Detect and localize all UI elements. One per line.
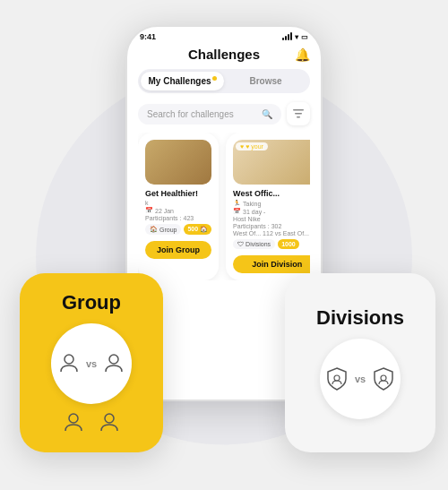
title-row: Challenges 🔔: [138, 47, 310, 62]
svg-point-6: [105, 414, 114, 423]
challenge-card-2: ♥ ♥ your West Offic... 🏃 Taking 📅 31 day…: [226, 133, 310, 280]
card2-participants: Participants: 302: [233, 223, 310, 229]
divisions-floating-card[interactable]: Divisions vs: [285, 273, 435, 452]
svg-rect-2: [297, 116, 300, 118]
person-left-icon: [57, 352, 81, 375]
challenge-card-1: Get Healthier! k 📅 22 Jan Participants: …: [138, 133, 219, 280]
search-placeholder-text: Search for challenges: [147, 109, 234, 119]
card1-title: Get Healthier!: [145, 189, 211, 198]
search-row: Search for challenges 🔍: [138, 102, 310, 125]
search-bar[interactable]: Search for challenges 🔍: [138, 104, 281, 125]
svg-point-5: [69, 414, 78, 423]
scene: 9:41 ▾ ▭ Challenges 🔔 My: [0, 0, 448, 490]
svg-point-3: [65, 355, 73, 364]
card2-image: ♥ ♥ your: [233, 140, 310, 185]
divisions-vs-circle: vs: [320, 339, 401, 419]
group-vs-text: vs: [86, 358, 97, 369]
svg-point-8: [381, 375, 386, 381]
person-bottom-right-icon: [98, 411, 121, 434]
type-badge-2: 🛡 Divisions: [233, 239, 275, 249]
card1-date: 📅 22 Jan: [145, 207, 211, 214]
status-bar: 9:41 ▾ ▭: [127, 27, 321, 41]
card2-host: Host Nike: [233, 216, 310, 222]
card1-host: k: [145, 200, 211, 206]
filter-icon[interactable]: [287, 102, 310, 125]
group-card-title: Group: [62, 291, 121, 314]
group-floating-card[interactable]: Group vs: [20, 273, 163, 452]
shield-right-icon: [371, 366, 396, 391]
page-title: Challenges: [188, 47, 260, 62]
person-bottom-left-icon: [62, 411, 85, 434]
join-group-button[interactable]: Join Group: [145, 241, 211, 259]
card2-date: 📅 31 day -: [233, 208, 310, 215]
status-icons: ▾ ▭: [282, 33, 308, 41]
phone-content: Challenges 🔔 My Challenges Browse Search…: [127, 47, 321, 280]
tab-browse[interactable]: Browse: [224, 72, 307, 90]
card2-title: West Offic...: [233, 189, 310, 198]
divisions-card-title: Divisions: [316, 306, 404, 330]
tab-my-challenges[interactable]: My Challenges: [141, 72, 224, 90]
shield-left-icon: [324, 366, 349, 391]
svg-rect-1: [295, 113, 302, 115]
cards-row: Get Healthier! k 📅 22 Jan Participants: …: [138, 133, 310, 280]
group-bottom-persons: [62, 411, 121, 434]
card2-scores: West Of... 112 vs East Of... 190: [233, 230, 310, 236]
svg-point-4: [109, 355, 118, 364]
svg-point-7: [334, 375, 340, 381]
battery-icon: ▭: [301, 33, 308, 41]
card2-subtitle: 🏃 Taking: [233, 200, 310, 207]
divisions-vs-text: vs: [355, 374, 366, 384]
group-vs-circle: vs: [51, 323, 132, 404]
type-badge: 🏠 Group: [145, 224, 181, 235]
heart-badge: ♥ ♥ your: [236, 142, 268, 150]
card1-participants: Participants: 423: [145, 215, 211, 221]
status-time: 9:41: [140, 32, 156, 41]
bell-icon[interactable]: 🔔: [295, 47, 310, 62]
tab-bar: My Challenges Browse: [138, 69, 310, 93]
coin-badge: 500 🏠: [184, 224, 211, 235]
search-icon: 🔍: [262, 109, 272, 119]
svg-rect-0: [293, 109, 304, 111]
card1-badges: 🏠 Group 500 🏠: [145, 224, 211, 235]
person-right-icon: [102, 352, 125, 375]
join-division-button[interactable]: Join Division: [233, 255, 310, 273]
signal-icon: [282, 33, 292, 40]
card1-image: [145, 140, 211, 185]
wifi-icon: ▾: [295, 33, 298, 41]
card2-badges: 🛡 Divisions 1000: [233, 239, 310, 249]
coin-badge-2: 1000: [278, 239, 299, 249]
tab-dot: [212, 76, 217, 81]
